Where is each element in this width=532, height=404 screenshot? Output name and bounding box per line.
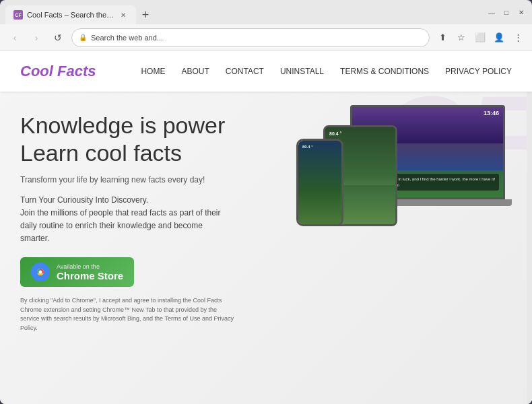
site-header: Cool Facts HOME ABOUT CONTACT UNINSTALL … (0, 51, 532, 92)
hero-content: Knowledge is power Learn cool facts Tran… (20, 112, 512, 333)
device-mockups: 13:46 "I am a great believer in luck, an… (296, 112, 512, 260)
menu-icon[interactable]: ⋮ (510, 30, 525, 45)
site-logo[interactable]: Cool Facts (20, 63, 96, 80)
hero-heading-line2: Learn cool facts (20, 140, 182, 166)
nav-uninstall[interactable]: UNINSTALL (280, 67, 324, 76)
hero-heading-line1: Knowledge is power (20, 112, 225, 138)
url-text: Search the web and... (91, 34, 163, 42)
chrome-icon (31, 263, 50, 281)
chrome-store-button[interactable]: Available on the Chrome Store (20, 257, 134, 287)
site-nav: HOME ABOUT CONTACT UNINSTALL TERMS & CON… (141, 67, 512, 76)
share-icon[interactable]: ⬆ (435, 30, 450, 45)
nav-home[interactable]: HOME (141, 67, 165, 76)
maximize-button[interactable]: □ (501, 7, 512, 18)
chrome-btn-text: Available on the Chrome Store (57, 263, 123, 281)
available-on-text: Available on the (57, 263, 123, 270)
scrollbar[interactable] (527, 51, 532, 404)
tab-title: Cool Facts – Search the web and... (27, 11, 114, 19)
phone-device: 80.4 ° (296, 139, 343, 226)
hero-disclaimer: By clicking "Add to Chrome", I accept an… (20, 296, 236, 333)
close-button[interactable]: ✕ (516, 7, 527, 18)
secure-icon: 🔒 (79, 34, 87, 41)
hero-left: Knowledge is power Learn cool facts Tran… (20, 112, 296, 333)
address-bar: ‹ › ↺ 🔒 Search the web and... ⬆ ☆ ⬜ 👤 ⋮ (0, 24, 532, 51)
nav-contact[interactable]: CONTACT (226, 67, 264, 76)
phone-weather: 80.4 ° (302, 145, 313, 149)
new-tab-button[interactable]: + (136, 5, 155, 24)
tab-favicon: CF (13, 10, 23, 20)
website-content: Cool Facts HOME ABOUT CONTACT UNINSTALL … (0, 51, 532, 404)
tablet-weather: 80.4 ° (329, 131, 341, 136)
active-tab[interactable]: CF Cool Facts – Search the web and... ✕ (5, 5, 136, 24)
nav-terms[interactable]: TERMS & CONDITIONS (340, 67, 429, 76)
browser-frame: CF Cool Facts – Search the web and... ✕ … (0, 0, 532, 404)
forward-button[interactable]: › (28, 30, 44, 46)
phone-screen-content: 80.4 ° (298, 141, 341, 224)
nav-about[interactable]: ABOUT (181, 67, 209, 76)
title-bar: CF Cool Facts – Search the web and... ✕ … (0, 0, 532, 24)
profile-icon[interactable]: 👤 (492, 30, 506, 45)
extensions-icon[interactable]: ⬜ (473, 30, 488, 45)
phone-screen: 80.4 ° (296, 139, 343, 226)
svg-point-3 (39, 271, 42, 274)
url-bar[interactable]: 🔒 Search the web and... (71, 28, 430, 47)
reload-button[interactable]: ↺ (50, 30, 66, 46)
window-controls: — □ ✕ (486, 7, 527, 18)
nav-privacy[interactable]: PRIVACY POLICY (445, 67, 512, 76)
toolbar-icons: ⬆ ☆ ⬜ 👤 ⋮ (435, 30, 525, 45)
bookmark-icon[interactable]: ☆ (454, 30, 469, 45)
hero-section: CF Knowledge is power Learn cool facts T… (0, 92, 532, 404)
hero-description: Turn Your Curiousity Into Discovery. Joi… (20, 194, 222, 246)
hero-subtitle: Transform your life by learning new fact… (20, 175, 283, 184)
tab-close-button[interactable]: ✕ (119, 10, 128, 20)
laptop-time: 13:46 (484, 110, 499, 116)
minimize-button[interactable]: — (486, 7, 497, 18)
chrome-store-label: Chrome Store (57, 270, 123, 281)
back-button[interactable]: ‹ (7, 30, 23, 46)
hero-heading: Knowledge is power Learn cool facts (20, 112, 283, 167)
